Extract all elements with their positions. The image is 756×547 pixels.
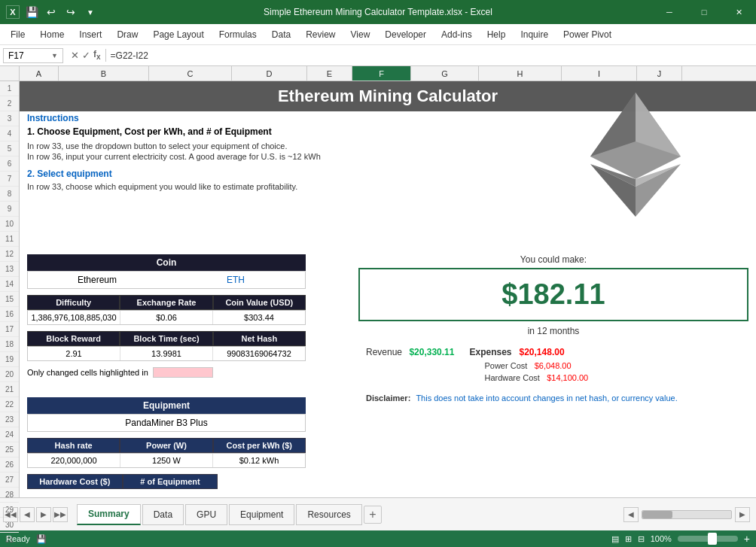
rownum-18: 18 bbox=[0, 337, 19, 352]
rownum-4: 4 bbox=[0, 126, 19, 141]
zoom-level: 100% bbox=[651, 534, 672, 543]
rownum-3: 3 bbox=[0, 111, 19, 126]
col-header-g[interactable]: G bbox=[411, 66, 479, 81]
tab-equipment[interactable]: Equipment bbox=[229, 504, 294, 525]
eth-logo-container bbox=[575, 85, 696, 224]
rownum-24: 24 bbox=[0, 427, 19, 442]
instructions-area: Instructions 1. Choose Equipment, Cost p… bbox=[27, 113, 321, 191]
confirm-formula-icon[interactable]: ✓ bbox=[82, 50, 90, 61]
view-normal-icon[interactable]: ▤ bbox=[611, 534, 619, 544]
menu-review[interactable]: Review bbox=[298, 26, 343, 43]
expenses-value: $20,148.00 bbox=[520, 347, 565, 357]
tab-gpu[interactable]: GPU bbox=[185, 504, 227, 525]
menu-home[interactable]: Home bbox=[32, 26, 72, 43]
empty-header bbox=[218, 474, 306, 489]
expenses-row: Expenses $20,148.00 bbox=[469, 347, 588, 357]
sheet-scroll-first[interactable]: ◀◀ bbox=[3, 507, 18, 522]
sheet-scroll-last[interactable]: ▶▶ bbox=[53, 507, 68, 522]
maximize-button[interactable]: □ bbox=[687, 0, 721, 24]
undo-button[interactable]: ↩ bbox=[44, 5, 59, 20]
menu-view[interactable]: View bbox=[343, 26, 378, 43]
menu-data[interactable]: Data bbox=[264, 26, 298, 43]
zoom-slider[interactable] bbox=[678, 536, 738, 542]
scroll-left[interactable]: ◀ bbox=[623, 507, 639, 522]
menu-page-layout[interactable]: Page Layout bbox=[145, 26, 211, 43]
cost-kwh-value: $0.12 kWh bbox=[213, 454, 305, 467]
expenses-label: Expenses bbox=[469, 347, 511, 357]
gap-row1 bbox=[27, 289, 306, 295]
col-header-c[interactable]: C bbox=[149, 66, 232, 81]
table-headers-row1: Difficulty Exchange Rate Coin Value (USD… bbox=[27, 295, 306, 310]
profit-amount: $182.11 bbox=[375, 278, 732, 311]
zoom-thumb[interactable] bbox=[708, 533, 717, 545]
tab-summary[interactable]: Summary bbox=[77, 504, 141, 525]
tab-resources[interactable]: Resources bbox=[296, 504, 361, 525]
sheet-scroll-prev[interactable]: ◀ bbox=[20, 507, 35, 522]
rownum-22: 22 bbox=[0, 397, 19, 412]
revenue-section: Revenue $20,330.11 bbox=[366, 347, 454, 357]
menu-file[interactable]: File bbox=[3, 26, 32, 43]
menu-help[interactable]: Help bbox=[480, 26, 514, 43]
rownum-1: 1 bbox=[0, 81, 19, 96]
difficulty-header: Difficulty bbox=[27, 295, 120, 310]
formula-input[interactable]: =G22-I22 bbox=[111, 50, 753, 61]
menu-insert[interactable]: Insert bbox=[72, 26, 109, 43]
equip-gap2 bbox=[27, 468, 306, 474]
view-layout-icon[interactable]: ⊞ bbox=[625, 534, 632, 544]
disclaimer-text: This does not take into account changes … bbox=[416, 394, 677, 403]
menu-developer[interactable]: Developer bbox=[377, 26, 434, 43]
minimize-button[interactable]: ─ bbox=[652, 0, 687, 24]
add-sheet-button[interactable]: + bbox=[364, 506, 382, 524]
col-header-i[interactable]: I bbox=[562, 66, 637, 81]
scroll-right[interactable]: ▶ bbox=[735, 507, 750, 522]
rownum-23: 23 bbox=[0, 412, 19, 427]
status-right: ▤ ⊞ ⊟ 100% + bbox=[611, 533, 750, 545]
scroll-thumb[interactable] bbox=[642, 511, 672, 518]
rownum-2: 2 bbox=[0, 96, 19, 111]
menu-formulas[interactable]: Formulas bbox=[212, 26, 264, 43]
disclaimer-label: Disclaimer: bbox=[366, 394, 410, 403]
financials-area: Revenue $20,330.11 Expenses $20,148.00 P… bbox=[366, 347, 748, 383]
view-preview-icon[interactable]: ⊟ bbox=[638, 534, 645, 544]
title-bar: X 💾 ↩ ↪ ▼ Simple Ethereum Mining Calcula… bbox=[0, 0, 756, 24]
rownum-7: 7 bbox=[0, 172, 19, 187]
equip-gap1 bbox=[27, 432, 306, 438]
cancel-formula-icon[interactable]: ✕ bbox=[71, 50, 79, 61]
rownum-26: 26 bbox=[0, 457, 19, 473]
rownum-16: 16 bbox=[0, 307, 19, 322]
spreadsheet-area: 1 2 3 4 5 6 7 8 9 10 11 12 13 14 15 16 1… bbox=[0, 81, 756, 497]
col-header-h[interactable]: H bbox=[479, 66, 562, 81]
step2-heading: 2. Select equipment bbox=[27, 169, 321, 179]
scroll-track[interactable] bbox=[642, 510, 732, 519]
gap-row2 bbox=[27, 325, 306, 331]
col-header-a[interactable]: A bbox=[20, 66, 59, 81]
close-button[interactable]: ✕ bbox=[721, 0, 756, 24]
menu-inquire[interactable]: Inquire bbox=[513, 26, 556, 43]
col-header-e[interactable]: E bbox=[307, 66, 352, 81]
col-header-d[interactable]: D bbox=[232, 66, 307, 81]
block-reward-header: Block Reward bbox=[27, 331, 120, 346]
col-header-j[interactable]: J bbox=[637, 66, 682, 81]
col-header-f[interactable]: F bbox=[352, 66, 411, 81]
sheet-nav-left: ◀◀ ◀ ▶ ▶▶ bbox=[0, 498, 71, 530]
equipment-header: Equipment bbox=[27, 397, 306, 414]
save-button[interactable]: 💾 bbox=[24, 5, 39, 20]
hash-rate-header: Hash rate bbox=[27, 438, 120, 453]
customize-button[interactable]: ▼ bbox=[83, 5, 98, 20]
insert-function-icon[interactable]: fx bbox=[93, 49, 101, 61]
redo-button[interactable]: ↪ bbox=[63, 5, 78, 20]
sheet-scroll-next[interactable]: ▶ bbox=[36, 507, 51, 522]
menu-addins[interactable]: Add-ins bbox=[434, 26, 480, 43]
hardware-cost-total-label: Hardware Cost bbox=[484, 373, 539, 382]
rownum-10: 10 bbox=[0, 217, 19, 232]
menu-draw[interactable]: Draw bbox=[109, 26, 145, 43]
rownum-13: 13 bbox=[0, 262, 19, 277]
rownum-11: 11 bbox=[0, 232, 19, 247]
tab-data[interactable]: Data bbox=[142, 504, 184, 525]
window-controls: ─ □ ✕ bbox=[652, 0, 756, 24]
cell-reference-box[interactable]: F17 ▼ bbox=[3, 48, 63, 63]
col-header-b[interactable]: B bbox=[59, 66, 149, 81]
zoom-plus[interactable]: + bbox=[744, 533, 750, 545]
expenses-section: Expenses $20,148.00 Power Cost $6,048.00… bbox=[469, 347, 588, 383]
menu-power-pivot[interactable]: Power Pivot bbox=[556, 26, 619, 43]
